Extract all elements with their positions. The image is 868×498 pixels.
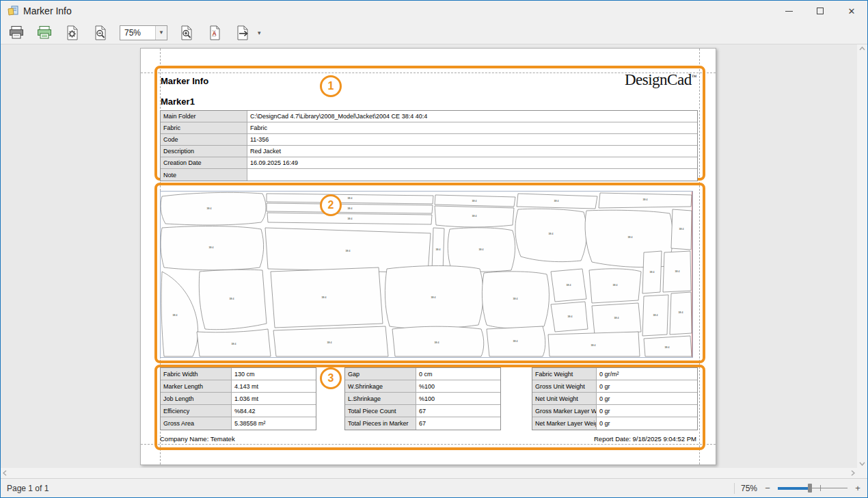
close-icon: ✕ [848, 7, 856, 16]
zoom-in-button[interactable] [178, 24, 195, 42]
marker-layout: 38:438:438:438:438:438:438:438:438:438:4… [160, 191, 693, 358]
piece-label: 38:4 [173, 314, 178, 317]
zoom-out-button[interactable] [92, 24, 109, 42]
piece-label: 38:4 [643, 198, 648, 201]
piece-label: 38:4 [209, 246, 214, 249]
zoom-in-plus-button[interactable]: + [854, 483, 862, 493]
piece-label: 38:4 [614, 317, 619, 319]
row-label: Fabric Width [161, 368, 232, 380]
piece-label: 38:4 [348, 197, 353, 200]
text-page-icon: A [206, 25, 223, 41]
piece-label: 38:4 [628, 236, 633, 239]
maximize-button[interactable] [804, 1, 836, 21]
scroll-down-icon[interactable] [859, 462, 865, 466]
preview-area: Marker Info Marker1 DesignCad™ Main Fold… [1, 44, 867, 478]
table-row: Fabric Width130 cm [161, 368, 316, 380]
text-page-button[interactable]: A [206, 24, 223, 42]
piece-label: 38:4 [554, 200, 559, 202]
report-date: Report Date: 9/18/2025 9:04:52 PM [594, 435, 696, 443]
zoom-slider[interactable] [778, 483, 847, 493]
annotation-circle-3: 3 [320, 367, 342, 389]
piece-label: 38:4 [346, 250, 351, 252]
stats-table-middle: Gap0 cmW.Shrinkage%100L.Shrinkage%100Tot… [344, 367, 501, 430]
stats-table-right: Fabric Weight0 gr/m²Gross Unit Weight0 g… [532, 367, 698, 430]
piece-label: 38:4 [650, 271, 655, 274]
marker-name: Marker1 [161, 96, 195, 107]
scroll-right-icon[interactable] [851, 470, 855, 476]
table-row: Code11-356 [161, 134, 697, 146]
row-value: 0 gr [597, 405, 697, 417]
piece-label: 38:4 [513, 340, 518, 343]
stats-table-left: Fabric Width130 cmMarker Length4.143 mtJ… [160, 367, 316, 430]
table-row: DescriptionRed Jacket [161, 146, 697, 157]
piece-label: 38:4 [472, 200, 477, 202]
vertical-scrollbar[interactable] [857, 44, 867, 468]
export-dropdown-icon[interactable]: ▾ [258, 29, 261, 36]
table-row: Gross Area5.38558 m² [161, 417, 316, 430]
row-label: Marker Length [161, 380, 232, 392]
row-value: 4.143 mt [232, 380, 316, 392]
zoom-percent-label: 75% [741, 484, 757, 493]
row-value: Red Jacket [247, 146, 697, 157]
zoom-out-icon [92, 25, 109, 41]
scroll-up-icon[interactable] [859, 47, 865, 51]
row-label: Gap [345, 368, 416, 380]
table-row: W.Shrinkage%100 [345, 380, 500, 393]
close-button[interactable]: ✕ [836, 1, 867, 21]
row-value: C:\DesignCad 4.7\Library\2008_Model\Jack… [247, 111, 697, 122]
row-value: 0 gr [597, 417, 697, 430]
print-color-button[interactable] [36, 24, 53, 42]
row-label: Net Unit Weight [532, 393, 597, 404]
zoom-combobox[interactable]: 75% ▼ [120, 25, 167, 40]
row-value: 0 gr [597, 380, 697, 392]
piece-label: 38:4 [679, 228, 684, 231]
table-row: FabricFabric [161, 122, 697, 134]
print-button[interactable] [8, 24, 25, 42]
table-row: Fabric Weight0 gr/m² [532, 368, 697, 380]
chevron-down-icon[interactable]: ▼ [155, 26, 167, 40]
row-label: Main Folder [161, 111, 247, 122]
row-label: Net Marker Layer Weig [532, 417, 597, 430]
app-icon [7, 5, 18, 16]
export-button[interactable] [234, 24, 252, 42]
row-label: Creation Date [161, 157, 247, 168]
scroll-left-icon[interactable] [3, 470, 7, 476]
piece-label: 38:4 [232, 343, 236, 345]
row-label: Note [161, 169, 247, 181]
piece-label: 38:4 [431, 296, 436, 299]
zoom-slider-thumb[interactable] [808, 484, 812, 493]
piece-label: 38:4 [479, 248, 484, 251]
row-value: 0 gr/m² [597, 368, 697, 380]
row-value: 130 cm [232, 368, 316, 380]
zoom-slider-track [810, 488, 847, 488]
scrollbar-corner [857, 468, 867, 478]
piece-label: 38:4 [568, 315, 573, 318]
table-row: Net Marker Layer Weig0 gr [532, 417, 697, 430]
piece-label: 38:4 [613, 284, 618, 287]
page-setup-button[interactable] [64, 24, 81, 42]
report-footer: Company Name: Tematek Report Date: 9/18/… [160, 435, 696, 443]
zoom-slider-tick [820, 485, 821, 491]
piece-label: 38:4 [665, 346, 670, 349]
zoom-in-icon [178, 25, 195, 41]
horizontal-scrollbar[interactable] [1, 468, 857, 478]
row-label: Gross Area [161, 417, 232, 430]
row-label: Fabric [161, 122, 247, 133]
piece-label: 38:4 [327, 341, 332, 344]
row-label: L.Shrinkage [345, 393, 416, 404]
zoom-out-minus-button[interactable]: − [763, 483, 772, 493]
page-indicator: Page 1 of 1 [1, 484, 49, 493]
row-value: %100 [416, 380, 500, 392]
piece-label: 38:4 [230, 298, 234, 300]
table-row: Efficiency%84.42 [161, 405, 316, 417]
row-value [247, 169, 697, 181]
table-row: Main FolderC:\DesignCad 4.7\Library\2008… [161, 111, 697, 122]
piece-label: 38:4 [436, 248, 441, 251]
zoom-slider-fill [778, 487, 810, 490]
table-row: Job Length1.036 mt [161, 393, 316, 405]
row-value: 67 [416, 417, 500, 430]
row-value: 0 cm [416, 368, 500, 380]
piece-label: 38:4 [472, 215, 477, 218]
minimize-button[interactable] [773, 1, 804, 21]
row-value: 11-356 [247, 134, 697, 145]
